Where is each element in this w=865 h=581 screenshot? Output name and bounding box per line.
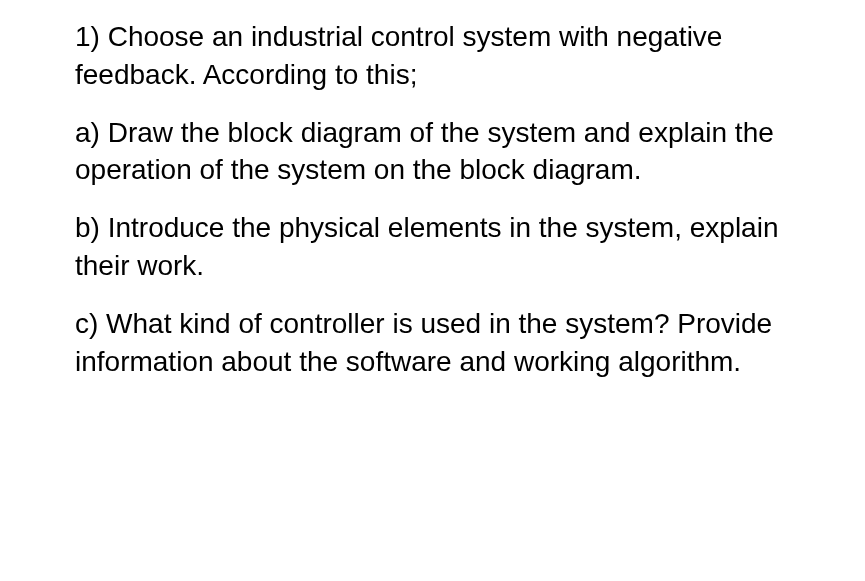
question-part-a: a) Draw the block diagram of the system … — [75, 114, 835, 190]
question-part-b: b) Introduce the physical elements in th… — [75, 209, 835, 285]
question-intro: 1) Choose an industrial control system w… — [75, 18, 835, 94]
question-part-c: c) What kind of controller is used in th… — [75, 305, 835, 381]
